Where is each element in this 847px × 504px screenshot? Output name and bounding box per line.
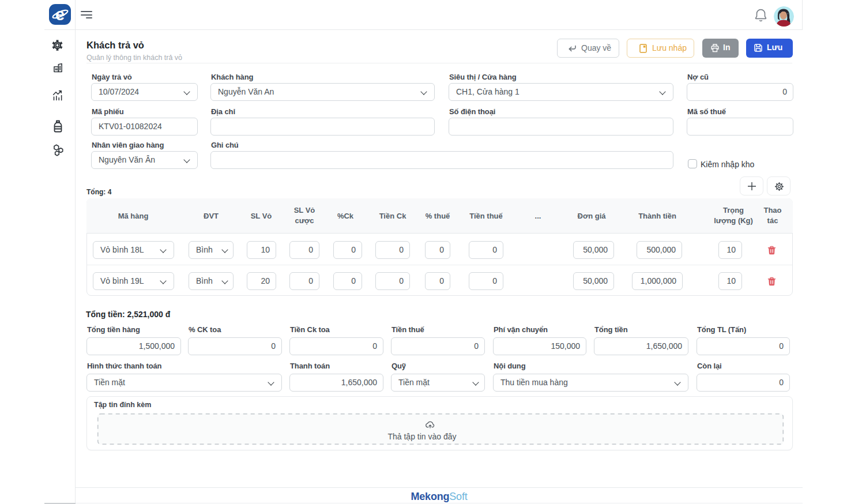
svg-text:e: e xyxy=(55,5,65,24)
